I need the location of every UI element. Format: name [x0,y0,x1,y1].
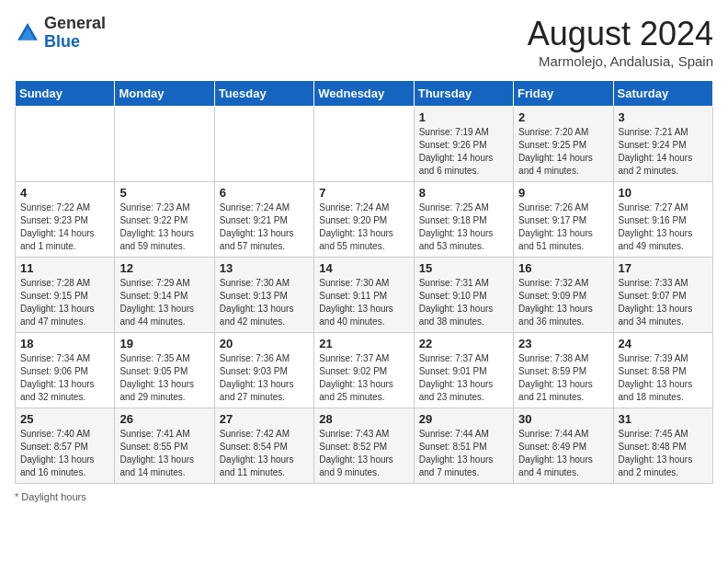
day-info: Sunrise: 7:22 AM Sunset: 9:23 PM Dayligh… [20,201,109,253]
logo-blue-text: Blue [44,32,80,51]
calendar-cell: 28Sunrise: 7:43 AM Sunset: 8:52 PM Dayli… [314,408,414,484]
day-info: Sunrise: 7:45 AM Sunset: 8:48 PM Dayligh… [619,428,708,479]
calendar-cell [16,107,115,182]
calendar-day-header: Saturday [613,81,712,107]
day-info: Sunrise: 7:32 AM Sunset: 9:09 PM Dayligh… [518,277,608,328]
day-number: 30 [518,412,608,426]
day-number: 28 [319,412,408,426]
logo-icon [15,20,40,46]
calendar-cell: 30Sunrise: 7:44 AM Sunset: 8:49 PM Dayli… [514,408,613,484]
day-info: Sunrise: 7:28 AM Sunset: 9:15 PM Dayligh… [20,277,109,328]
day-number: 4 [20,186,109,200]
calendar-cell: 19Sunrise: 7:35 AM Sunset: 9:05 PM Dayli… [115,333,214,408]
calendar-cell: 4Sunrise: 7:22 AM Sunset: 9:23 PM Daylig… [16,182,115,258]
day-number: 20 [220,337,309,350]
calendar-cell: 9Sunrise: 7:26 AM Sunset: 9:17 PM Daylig… [514,182,613,258]
calendar-week-row: 11Sunrise: 7:28 AM Sunset: 9:15 PM Dayli… [16,258,713,333]
day-info: Sunrise: 7:41 AM Sunset: 8:55 PM Dayligh… [119,428,209,479]
day-number: 31 [619,412,708,426]
day-number: 17 [619,261,708,275]
calendar-week-row: 1Sunrise: 7:19 AM Sunset: 9:26 PM Daylig… [16,107,713,182]
calendar-day-header: Wednesday [314,81,414,107]
day-info: Sunrise: 7:40 AM Sunset: 8:57 PM Dayligh… [20,428,109,479]
calendar-cell: 14Sunrise: 7:30 AM Sunset: 9:11 PM Dayli… [314,258,414,333]
logo-general-text: General [44,14,106,32]
logo: General Blue [15,15,106,52]
calendar-table: SundayMondayTuesdayWednesdayThursdayFrid… [15,80,713,484]
calendar-cell: 29Sunrise: 7:44 AM Sunset: 8:51 PM Dayli… [414,408,513,484]
calendar-cell: 26Sunrise: 7:41 AM Sunset: 8:55 PM Dayli… [115,408,214,484]
day-number: 8 [419,186,508,200]
calendar-cell [115,107,214,182]
day-number: 2 [518,110,608,124]
day-number: 19 [119,337,209,350]
day-number: 24 [619,337,708,350]
footer-note: * Daylight hours [15,491,713,502]
day-number: 11 [20,261,109,275]
calendar-cell: 12Sunrise: 7:29 AM Sunset: 9:14 PM Dayli… [115,258,214,333]
day-number: 1 [419,110,508,124]
day-info: Sunrise: 7:34 AM Sunset: 9:06 PM Dayligh… [20,352,109,404]
location: Marmolejo, Andalusia, Spain [528,53,713,69]
month-year: August 2024 [528,15,713,53]
day-info: Sunrise: 7:19 AM Sunset: 9:26 PM Dayligh… [419,126,508,178]
calendar-cell: 2Sunrise: 7:20 AM Sunset: 9:25 PM Daylig… [514,107,613,182]
day-info: Sunrise: 7:44 AM Sunset: 8:49 PM Dayligh… [518,428,608,479]
day-info: Sunrise: 7:23 AM Sunset: 9:22 PM Dayligh… [119,201,209,253]
calendar-week-row: 4Sunrise: 7:22 AM Sunset: 9:23 PM Daylig… [16,182,713,258]
calendar-cell [314,107,414,182]
day-info: Sunrise: 7:36 AM Sunset: 9:03 PM Dayligh… [220,352,309,404]
calendar-cell: 24Sunrise: 7:39 AM Sunset: 8:58 PM Dayli… [613,333,712,408]
day-info: Sunrise: 7:29 AM Sunset: 9:14 PM Dayligh… [119,277,209,328]
title-area: August 2024 Marmolejo, Andalusia, Spain [528,15,713,69]
calendar-cell: 10Sunrise: 7:27 AM Sunset: 9:16 PM Dayli… [613,182,712,258]
day-number: 16 [518,261,608,275]
calendar-cell: 17Sunrise: 7:33 AM Sunset: 9:07 PM Dayli… [613,258,712,333]
day-number: 27 [220,412,309,426]
calendar-cell: 16Sunrise: 7:32 AM Sunset: 9:09 PM Dayli… [514,258,613,333]
calendar-cell: 20Sunrise: 7:36 AM Sunset: 9:03 PM Dayli… [214,333,313,408]
day-info: Sunrise: 7:26 AM Sunset: 9:17 PM Dayligh… [518,201,608,253]
day-info: Sunrise: 7:27 AM Sunset: 9:16 PM Dayligh… [619,201,708,253]
calendar-cell [214,107,313,182]
calendar-cell: 11Sunrise: 7:28 AM Sunset: 9:15 PM Dayli… [16,258,115,333]
day-info: Sunrise: 7:20 AM Sunset: 9:25 PM Dayligh… [518,126,608,178]
calendar-day-header: Thursday [414,81,513,107]
calendar-cell: 22Sunrise: 7:37 AM Sunset: 9:01 PM Dayli… [414,333,513,408]
day-info: Sunrise: 7:44 AM Sunset: 8:51 PM Dayligh… [419,428,508,479]
calendar-day-header: Sunday [16,81,115,107]
day-number: 18 [20,337,109,350]
calendar-cell: 21Sunrise: 7:37 AM Sunset: 9:02 PM Dayli… [314,333,414,408]
footer-note-text: Daylight hours [21,491,85,502]
day-info: Sunrise: 7:43 AM Sunset: 8:52 PM Dayligh… [319,428,408,479]
day-info: Sunrise: 7:24 AM Sunset: 9:21 PM Dayligh… [220,201,309,253]
day-number: 15 [419,261,508,275]
day-info: Sunrise: 7:39 AM Sunset: 8:58 PM Dayligh… [619,352,708,404]
day-info: Sunrise: 7:21 AM Sunset: 9:24 PM Dayligh… [619,126,708,178]
calendar-cell: 5Sunrise: 7:23 AM Sunset: 9:22 PM Daylig… [115,182,214,258]
header: General Blue August 2024 Marmolejo, Anda… [15,15,713,69]
calendar-cell: 8Sunrise: 7:25 AM Sunset: 9:18 PM Daylig… [414,182,513,258]
day-number: 22 [419,337,508,350]
calendar-header-row: SundayMondayTuesdayWednesdayThursdayFrid… [16,81,713,107]
calendar-cell: 25Sunrise: 7:40 AM Sunset: 8:57 PM Dayli… [16,408,115,484]
day-number: 3 [619,110,708,124]
calendar-week-row: 18Sunrise: 7:34 AM Sunset: 9:06 PM Dayli… [16,333,713,408]
day-info: Sunrise: 7:38 AM Sunset: 8:59 PM Dayligh… [518,352,608,404]
day-info: Sunrise: 7:42 AM Sunset: 8:54 PM Dayligh… [220,428,309,479]
day-info: Sunrise: 7:33 AM Sunset: 9:07 PM Dayligh… [619,277,708,328]
calendar-cell: 7Sunrise: 7:24 AM Sunset: 9:20 PM Daylig… [314,182,414,258]
day-number: 14 [319,261,408,275]
day-number: 23 [518,337,608,350]
day-info: Sunrise: 7:35 AM Sunset: 9:05 PM Dayligh… [119,352,209,404]
day-number: 9 [518,186,608,200]
day-info: Sunrise: 7:25 AM Sunset: 9:18 PM Dayligh… [419,201,508,253]
calendar-day-header: Friday [514,81,613,107]
day-number: 6 [220,186,309,200]
calendar-day-header: Monday [115,81,214,107]
calendar-cell: 18Sunrise: 7:34 AM Sunset: 9:06 PM Dayli… [16,333,115,408]
calendar-week-row: 25Sunrise: 7:40 AM Sunset: 8:57 PM Dayli… [16,408,713,484]
day-number: 26 [119,412,209,426]
calendar-cell: 31Sunrise: 7:45 AM Sunset: 8:48 PM Dayli… [613,408,712,484]
day-number: 29 [419,412,508,426]
